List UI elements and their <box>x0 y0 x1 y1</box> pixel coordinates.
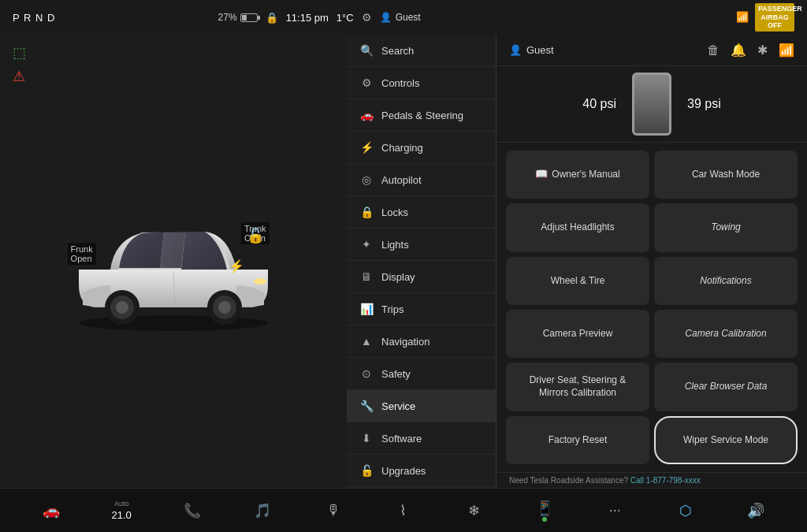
menu-label-trips: Trips <box>381 303 404 315</box>
autopilot-icon: ◎ <box>359 173 374 186</box>
towing-button[interactable]: Towing <box>654 203 798 251</box>
user-info[interactable]: 👤 Guest <box>380 12 421 23</box>
menu-label-software: Software <box>381 433 422 445</box>
assistance-bar: Need Tesla Roadside Assistance? Call 1-8… <box>496 472 807 488</box>
display-icon: 🖥 <box>359 270 374 283</box>
search-icon: 🔍 <box>359 44 374 57</box>
notifications-label: Notifications <box>700 275 751 288</box>
wheel-tire-label: Wheel & Tire <box>551 275 605 288</box>
taskbar-phone[interactable]: 📞 <box>157 502 227 519</box>
settings-icon[interactable]: ⚙ <box>362 11 372 24</box>
menu-item-software[interactable]: ⬇ Software <box>347 422 496 455</box>
menu-item-lights[interactable]: ✦ Lights <box>347 229 496 261</box>
wheel-tire-button[interactable]: Wheel & Tire <box>506 257 649 305</box>
climate-temp: 21.0 <box>112 509 132 521</box>
menu-label-charging: Charging <box>381 142 423 154</box>
guest-icons: 🗑 🔔 ✱ 📶 <box>707 43 794 58</box>
factory-reset-button[interactable]: Factory Reset <box>506 416 649 464</box>
guest-user-name: Guest <box>526 44 554 56</box>
camera-preview-button[interactable]: Camera Preview <box>506 310 649 358</box>
prnd-display: P R N D <box>13 12 55 24</box>
taskbar-volume[interactable]: 🔊 <box>721 502 791 519</box>
menu-item-controls[interactable]: ⚙ Controls <box>347 67 496 99</box>
tire-visual <box>632 73 671 136</box>
taskbar-music[interactable]: 🎵 <box>227 502 297 519</box>
clear-browser-button[interactable]: Clear Browser Data <box>654 363 798 411</box>
service-icon: 🔧 <box>359 400 374 412</box>
taskbar-car[interactable]: 🚗 <box>16 502 86 519</box>
pedals-icon: 🚗 <box>359 109 374 121</box>
notification-icon[interactable]: 🔔 <box>731 43 746 58</box>
driver-seat-button[interactable]: Driver Seat, Steering & Mirrors Calibrat… <box>506 363 649 411</box>
car-wash-mode-button[interactable]: Car Wash Mode <box>654 151 798 199</box>
taskbar-defrost[interactable]: ❄ <box>439 502 509 519</box>
menu-label-lights: Lights <box>381 239 409 251</box>
trips-icon: 📊 <box>359 303 374 315</box>
menu-label-service: Service <box>381 400 415 412</box>
phone-tb-icon: 📞 <box>184 502 201 519</box>
taskbar-voice[interactable]: 🎙 <box>298 502 368 519</box>
navigation-icon: ▲ <box>359 335 374 348</box>
camera-calibration-button[interactable]: Camera Calibration <box>654 310 798 358</box>
upgrades-icon: 🔓 <box>359 464 374 477</box>
trunk-lock-icon: 🔓 <box>247 227 264 244</box>
taskbar-wiper[interactable]: ⌇ <box>368 502 438 519</box>
headlight-indicator: ⬚ <box>13 44 26 61</box>
tire-psi-left-value: 40 psi <box>582 97 616 111</box>
menu-item-search[interactable]: 🔍 Search <box>347 35 496 67</box>
more-tb-icon: ··· <box>609 502 621 519</box>
bluetooth-tb-icon: ⬡ <box>679 502 692 519</box>
taskbar-call[interactable]: 📱 <box>509 500 579 522</box>
menu-item-charging[interactable]: ⚡ Charging <box>347 132 496 164</box>
frunk-label: FrunkOpen <box>68 243 96 265</box>
guest-user: 👤 Guest <box>509 44 554 56</box>
wifi-guest-icon[interactable]: 📶 <box>779 43 794 58</box>
wiper-tb-icon: ⌇ <box>400 502 407 519</box>
svg-point-3 <box>116 301 128 314</box>
status-right: 📶 PASSENGERAIRBAG OFF <box>736 3 794 32</box>
temperature-display: 1°C <box>337 12 354 24</box>
car-image-area: FrunkOpen TrunkOpen 🔓 ⚡ <box>47 183 299 340</box>
car-tb-icon: 🚗 <box>43 502 60 519</box>
battery-icon <box>240 13 258 22</box>
taskbar-more[interactable]: ··· <box>580 502 650 519</box>
taskbar-bluetooth[interactable]: ⬡ <box>650 502 720 519</box>
menu-label-safety: Safety <box>381 368 411 380</box>
menu-item-locks[interactable]: 🔒 Locks <box>347 196 496 229</box>
owners-manual-label: Owner's Manual <box>552 169 619 181</box>
music-tb-icon: 🎵 <box>254 502 271 519</box>
towing-label: Towing <box>711 221 741 234</box>
menu-item-pedals[interactable]: 🚗 Pedals & Steering <box>347 99 496 132</box>
assistance-link[interactable]: Call 1-877-798-xxxx <box>630 476 701 485</box>
locks-icon: 🔒 <box>359 206 374 218</box>
main-content: ⬚ ⚠ FrunkOpen TrunkOpen 🔓 ⚡ <box>0 35 807 488</box>
adjust-headlights-button[interactable]: Adjust Headlights <box>506 203 649 251</box>
wiper-service-label: Wiper Service Mode <box>683 434 768 447</box>
menu-item-autopilot[interactable]: ◎ Autopilot <box>347 164 496 196</box>
menu-item-navigation[interactable]: ▲ Navigation <box>347 326 496 358</box>
call-active-dot <box>542 517 547 522</box>
voice-tb-icon: 🎙 <box>326 502 340 519</box>
wiper-service-button[interactable]: Wiper Service Mode <box>654 416 798 464</box>
menu-label-search: Search <box>381 45 414 57</box>
status-center: 27% 🔒 11:15 pm 1°C ⚙ 👤 Guest <box>218 11 421 24</box>
menu-item-display[interactable]: 🖥 Display <box>347 261 496 293</box>
taskbar-climate[interactable]: Auto 21.0 <box>86 500 156 521</box>
guest-user-icon: 👤 <box>509 44 522 56</box>
svg-point-6 <box>218 301 231 314</box>
car-wash-mode-label: Car Wash Mode <box>692 169 760 181</box>
menu-item-service[interactable]: 🔧 Service <box>347 390 496 422</box>
menu-label-autopilot: Autopilot <box>381 174 422 186</box>
owners-manual-button[interactable]: 📖 Owner's Manual <box>506 151 649 199</box>
menu-item-trips[interactable]: 📊 Trips <box>347 293 496 326</box>
menu-item-safety[interactable]: ⊙ Safety <box>347 358 496 390</box>
tire-pressure-section: 40 psi 39 psi <box>496 66 807 143</box>
charging-icon: ⚡ <box>359 141 374 154</box>
notifications-button[interactable]: Notifications <box>654 257 798 305</box>
bluetooth-icon[interactable]: ✱ <box>757 43 768 58</box>
menu-label-display: Display <box>381 271 415 283</box>
menu-item-upgrades[interactable]: 🔓 Upgrades <box>347 455 496 487</box>
passenger-airbag-badge: PASSENGERAIRBAG OFF <box>755 3 794 32</box>
delete-icon[interactable]: 🗑 <box>707 43 720 58</box>
defrost-tb-icon: ❄ <box>468 502 480 519</box>
